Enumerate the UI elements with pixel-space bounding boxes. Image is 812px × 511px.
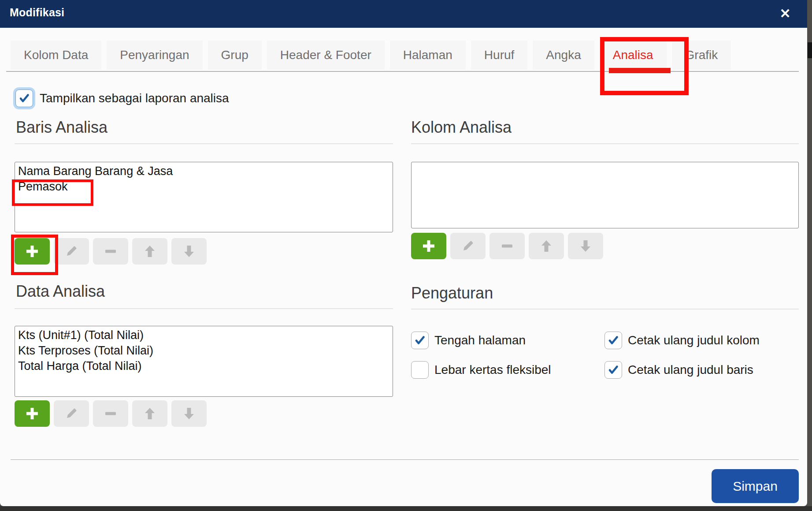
minus-icon xyxy=(500,239,515,254)
kolom-analisa-heading: Kolom Analisa xyxy=(411,118,512,137)
checkbox-checked-icon[interactable] xyxy=(604,332,622,349)
pencil-icon xyxy=(64,407,78,421)
page-backdrop-bottom xyxy=(0,506,812,511)
data-analisa-listbox[interactable]: Kts (Unit#1) (Total Nilai)Kts Terproses … xyxy=(15,326,393,397)
save-button[interactable]: Simpan xyxy=(712,469,799,503)
arrow-up-icon xyxy=(142,406,157,421)
pengaturan-heading: Pengaturan xyxy=(411,284,493,302)
move-up-button[interactable] xyxy=(132,400,167,427)
option-label: Tengah halaman xyxy=(434,333,526,347)
option-label: Cetak ulang judul kolom xyxy=(628,333,760,347)
section-divider xyxy=(411,143,799,144)
move-down-button[interactable] xyxy=(171,238,207,265)
add-button[interactable] xyxy=(15,400,50,427)
list-item[interactable]: Nama Barang Barang & Jasa xyxy=(15,164,393,179)
checkbox-checked-icon[interactable] xyxy=(411,332,429,349)
data-analisa-heading: Data Analisa xyxy=(16,282,105,301)
tab-bar: Kolom DataPenyaringanGrupHeader & Footer… xyxy=(11,41,731,70)
move-down-button[interactable] xyxy=(568,233,603,259)
edit-button[interactable] xyxy=(54,238,89,265)
tab-grafik[interactable]: Grafik xyxy=(672,41,731,70)
move-up-button[interactable] xyxy=(132,238,167,265)
plus-icon xyxy=(25,406,40,421)
analysis-report-checkbox[interactable]: Tampilkan sebagai laporan analisa xyxy=(15,90,229,107)
arrow-down-icon xyxy=(182,406,197,421)
tab-kolom-data[interactable]: Kolom Data xyxy=(11,41,101,70)
tab-grup[interactable]: Grup xyxy=(208,41,262,70)
checkbox-unchecked-icon[interactable] xyxy=(411,361,429,379)
pencil-icon xyxy=(461,239,475,253)
list-item[interactable]: Kts (Unit#1) (Total Nilai) xyxy=(15,328,393,343)
list-item[interactable]: Pemasok xyxy=(15,179,393,194)
active-tab-indicator xyxy=(609,68,671,73)
baris-analisa-toolbar xyxy=(15,238,207,265)
remove-button[interactable] xyxy=(489,233,525,259)
minus-icon xyxy=(103,244,118,259)
baris-analisa-heading: Baris Analisa xyxy=(16,118,108,137)
baris-analisa-listbox[interactable]: Nama Barang Barang & JasaPemasok xyxy=(15,162,393,232)
checkbox-checked-icon[interactable] xyxy=(604,361,622,379)
kolom-analisa-toolbar xyxy=(411,233,603,259)
edit-button[interactable] xyxy=(54,400,89,427)
list-item[interactable]: Kts Terproses (Total Nilai) xyxy=(15,343,393,358)
page-backdrop-right xyxy=(807,0,812,506)
tab-penyaringan[interactable]: Penyaringan xyxy=(107,41,202,70)
arrow-down-icon xyxy=(578,239,593,254)
move-up-button[interactable] xyxy=(529,233,564,259)
modifikasi-dialog: Modifikasi ✕ Kolom DataPenyaringanGrupHe… xyxy=(0,0,807,506)
arrow-up-icon xyxy=(142,244,157,259)
option-label: Lebar kertas fleksibel xyxy=(434,363,551,377)
arrow-up-icon xyxy=(539,239,554,254)
option-label: Cetak ulang judul baris xyxy=(628,363,753,377)
tab-halaman[interactable]: Halaman xyxy=(390,41,466,70)
tab-header-footer[interactable]: Header & Footer xyxy=(267,41,385,70)
list-item[interactable]: Total Harga (Total Nilai) xyxy=(15,358,393,374)
analysis-report-checkbox-label: Tampilkan sebagai laporan analisa xyxy=(40,91,229,105)
tab-analisa[interactable]: Analisa xyxy=(600,41,667,70)
pencil-icon xyxy=(64,244,78,258)
tab-bar-divider xyxy=(6,71,799,72)
move-down-button[interactable] xyxy=(171,400,207,427)
option-cetak-ulang-judul-kolom[interactable]: Cetak ulang judul kolom xyxy=(604,332,760,349)
data-analisa-toolbar xyxy=(15,400,207,427)
section-divider xyxy=(15,308,393,309)
remove-button[interactable] xyxy=(93,400,128,427)
section-divider xyxy=(15,143,393,144)
add-button[interactable] xyxy=(411,233,446,259)
dialog-title: Modifikasi xyxy=(10,6,64,19)
dialog-titlebar: Modifikasi ✕ xyxy=(0,0,807,28)
arrow-down-icon xyxy=(182,244,197,259)
option-cetak-ulang-judul-baris[interactable]: Cetak ulang judul baris xyxy=(604,361,753,379)
remove-button[interactable] xyxy=(93,238,128,265)
option-tengah-halaman[interactable]: Tengah halaman xyxy=(411,332,526,349)
add-button[interactable] xyxy=(15,238,50,265)
edit-button[interactable] xyxy=(450,233,486,259)
page-scrollbar-thumb[interactable] xyxy=(808,42,812,58)
tab-angka[interactable]: Angka xyxy=(533,41,594,70)
screen: Modifikasi ✕ Kolom DataPenyaringanGrupHe… xyxy=(0,0,812,511)
kolom-analisa-listbox[interactable] xyxy=(411,162,799,228)
option-lebar-kertas-fleksibel[interactable]: Lebar kertas fleksibel xyxy=(411,361,551,379)
plus-icon xyxy=(25,244,40,259)
minus-icon xyxy=(103,406,118,421)
section-divider xyxy=(411,309,799,310)
plus-icon xyxy=(421,239,436,254)
footer-divider xyxy=(11,459,799,460)
close-icon[interactable]: ✕ xyxy=(775,4,795,23)
checkbox-checked-icon[interactable] xyxy=(15,90,33,107)
tab-huruf[interactable]: Huruf xyxy=(471,41,527,70)
